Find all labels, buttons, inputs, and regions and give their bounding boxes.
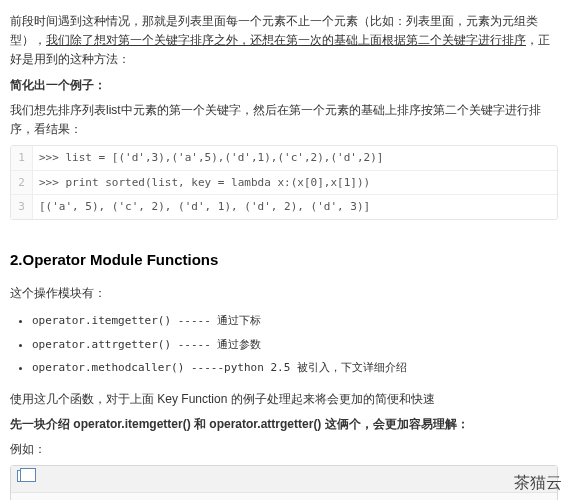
section-2-usage: 使用这几个函数，对于上面 Key Function 的例子处理起来将会更加的简便… (10, 390, 558, 409)
copy-icon[interactable] (17, 470, 31, 482)
example-label: 例如： (10, 440, 558, 459)
line-number: 3 (11, 195, 33, 219)
code-row: 3 [('a', 5), ('c', 2), ('d', 1), ('d', 2… (11, 195, 557, 219)
section-2-title: 2.Operator Module Functions (10, 248, 558, 272)
watermark: 茶猫云 (514, 470, 562, 496)
list-item: operator.methodcaller() -----python 2.5 … (32, 356, 558, 380)
code-block-2: >>> >>> from operator import itemgetter,… (10, 465, 558, 500)
code-row: 2 >>> print sorted(list, key = lambda x:… (11, 171, 557, 196)
intro-paragraph: 前段时间遇到这种情况，那就是列表里面每一个元素不止一个元素（比如：列表里面，元素… (10, 12, 558, 70)
section-2-intro: 这个操作模块有： (10, 284, 558, 303)
code-body: >>> >>> from operator import itemgetter,… (11, 493, 557, 500)
code-line: [('a', 5), ('c', 2), ('d', 1), ('d', 2),… (33, 195, 557, 219)
line-number: 1 (11, 146, 33, 170)
intro-text-underline: 我们除了想对第一个关键字排序之外，还想在第一次的基础上面根据第二个关键字进行排序 (46, 33, 526, 47)
code-row: 1 >>> list = [('d',3),('a',5),('d',1),('… (11, 146, 557, 171)
line-number: 2 (11, 171, 33, 195)
code-block-1: 1 >>> list = [('d',3),('a',5),('d',1),('… (10, 145, 558, 220)
code-toolbar-top (11, 466, 557, 493)
simplified-heading: 简化出一个例子： (10, 76, 558, 95)
code-line: >>> print sorted(list, key = lambda x:(x… (33, 171, 557, 195)
list-item: operator.attrgetter() ----- 通过参数 (32, 333, 558, 357)
operator-list: operator.itemgetter() ----- 通过下标 operato… (32, 309, 558, 380)
section-2-lead: 先一块介绍 operator.itemgetter() 和 operator.a… (10, 415, 558, 434)
intro-desc: 我们想先排序列表list中元素的第一个关键字，然后在第一个元素的基础上排序按第二… (10, 101, 558, 139)
list-item: operator.itemgetter() ----- 通过下标 (32, 309, 558, 333)
code-line: >>> list = [('d',3),('a',5),('d',1),('c'… (33, 146, 557, 170)
